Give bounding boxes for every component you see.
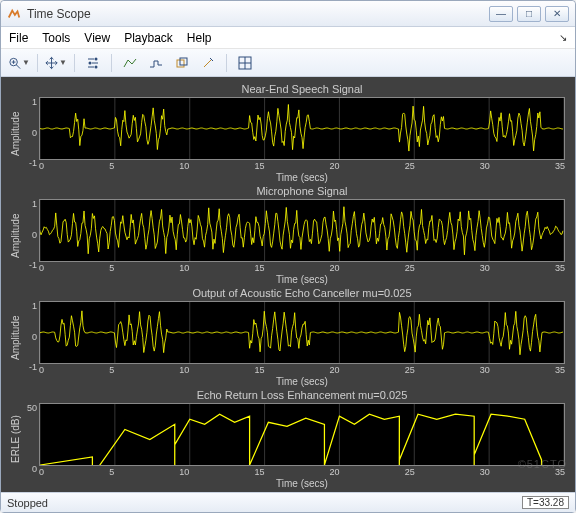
menu-tools[interactable]: Tools [42,31,70,45]
svg-point-4 [95,57,98,60]
ylabel: Amplitude [9,83,21,184]
y-ticks: 10-1 [21,83,39,184]
toolbar-separator [74,54,75,72]
window-title: Time Scope [27,7,489,21]
x-ticks: 05101520253035 [39,364,565,376]
xlabel: Time (secs) [39,274,565,286]
pan-button[interactable]: ▼ [44,52,68,74]
plot-title: Output of Acoustic Echo Canceller mu=0.0… [39,287,565,301]
settings-button[interactable] [81,52,105,74]
close-button[interactable]: ✕ [545,6,569,22]
menu-view[interactable]: View [84,31,110,45]
menu-overflow-icon[interactable]: ↘ [559,32,567,43]
marker-button[interactable] [196,52,220,74]
toolbar-separator [111,54,112,72]
line-plot-button[interactable] [118,52,142,74]
menubar: File Tools View Playback Help ↘ [1,27,575,49]
toolbar-separator [226,54,227,72]
ylabel: Amplitude [9,185,21,286]
statusbar: Stopped T=33.28 [1,492,575,512]
app-window: Time Scope — □ ✕ File Tools View Playbac… [0,0,576,513]
x-ticks: 05101520253035 [39,160,565,172]
matlab-icon [7,7,21,21]
y-ticks: 10-1 [21,185,39,286]
minimize-button[interactable]: — [489,6,513,22]
axes[interactable] [39,97,565,160]
svg-point-6 [95,65,98,68]
toolbar: ▼ ▼ [1,49,575,77]
x-ticks: 05101520253035 [39,466,565,478]
plot-title: Echo Return Loss Enhancement mu=0.025 [39,389,565,403]
svg-point-5 [89,61,92,64]
axes[interactable] [39,403,565,466]
status-text: Stopped [7,497,48,509]
axes[interactable] [39,199,565,262]
y-ticks: 10-1 [21,287,39,388]
y-ticks: 500 [21,389,39,490]
subplot-2: Amplitude10-1Output of Acoustic Echo Can… [9,287,565,388]
layout-grid-button[interactable] [233,52,257,74]
overlay-button[interactable] [170,52,194,74]
toolbar-separator [37,54,38,72]
plot-area: Amplitude10-1Near-End Speech Signal05101… [1,77,575,492]
zoom-in-button[interactable]: ▼ [7,52,31,74]
x-ticks: 05101520253035 [39,262,565,274]
time-readout: T=33.28 [522,496,569,509]
ylabel: Amplitude [9,287,21,388]
menu-help[interactable]: Help [187,31,212,45]
svg-line-1 [16,64,20,68]
axes[interactable] [39,301,565,364]
xlabel: Time (secs) [39,172,565,184]
titlebar[interactable]: Time Scope — □ ✕ [1,1,575,27]
step-plot-button[interactable] [144,52,168,74]
subplot-1: Amplitude10-1Microphone Signal0510152025… [9,185,565,286]
maximize-button[interactable]: □ [517,6,541,22]
menu-file[interactable]: File [9,31,28,45]
subplot-0: Amplitude10-1Near-End Speech Signal05101… [9,83,565,184]
xlabel: Time (secs) [39,376,565,388]
ylabel: ERLE (dB) [9,389,21,490]
watermark: ©51CTO [518,458,567,470]
menu-playback[interactable]: Playback [124,31,173,45]
xlabel: Time (secs) [39,478,565,490]
plot-title: Microphone Signal [39,185,565,199]
plot-title: Near-End Speech Signal [39,83,565,97]
subplot-3: ERLE (dB)500Echo Return Loss Enhancement… [9,389,565,490]
